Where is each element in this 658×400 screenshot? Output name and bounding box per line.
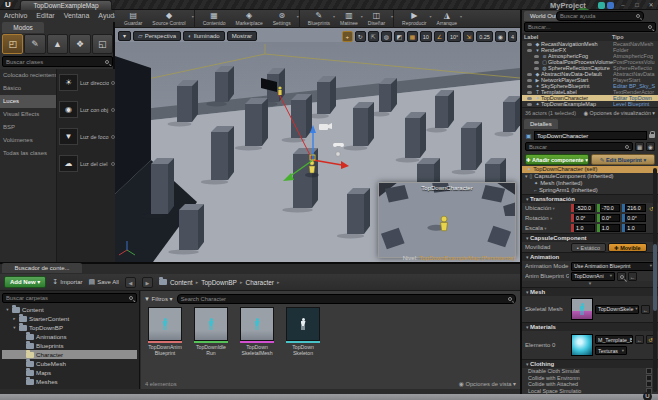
section-animation[interactable]: Animation: [522, 252, 658, 261]
browse-icon[interactable]: [617, 272, 626, 281]
anim-blueprint-select[interactable]: TopDownAni: [571, 272, 615, 281]
viewport-options-button[interactable]: ▾: [118, 31, 131, 41]
class-category[interactable]: Colocado recientemente: [0, 69, 56, 82]
placement-tool-icon[interactable]: ◱: [92, 34, 113, 54]
tab-modes[interactable]: Modos: [2, 22, 44, 33]
component-row[interactable]: ▾ ▯ CapsuleComponent (Inherited): [522, 173, 658, 180]
eye-icon[interactable]: [534, 55, 539, 58]
folder-row[interactable]: Character: [2, 350, 137, 359]
property-matrix-icon[interactable]: ▦: [635, 142, 644, 151]
menu-item[interactable]: Archivo: [4, 12, 27, 22]
filters-button[interactable]: ▼ Filtros ▾: [144, 295, 173, 302]
translate-tool-icon[interactable]: +: [342, 31, 353, 42]
eye-icon[interactable]: [527, 91, 532, 94]
show-flags-button[interactable]: Mostrar: [227, 31, 257, 41]
light-class-item[interactable]: ☁ Luz del ciel: [57, 150, 117, 177]
actor-name-field[interactable]: TopDownCharacter: [534, 131, 647, 140]
mobility-static-button[interactable]: ▪ Estático: [571, 243, 606, 252]
eye-icon[interactable]: [527, 85, 532, 88]
expander-icon[interactable]: ▾: [12, 325, 17, 330]
eye-icon[interactable]: [527, 103, 532, 106]
z-field[interactable]: 0.0°: [622, 214, 646, 222]
section-clothing[interactable]: Clothing: [522, 359, 658, 368]
scale-tool-icon[interactable]: ⇱: [368, 31, 379, 42]
outliner-row[interactable]: ✦ TopDownExampleMap Level Blueprint: [522, 101, 658, 107]
actor-type[interactable]: Level Blueprint: [613, 101, 657, 107]
checkbox[interactable]: [646, 368, 652, 374]
asset-search-input[interactable]: Search Character: [177, 294, 516, 304]
y-field[interactable]: 1.0: [597, 224, 621, 232]
edit-blueprint-button[interactable]: ✎ Edit Blueprint ▾: [591, 154, 655, 165]
breadcrumb-item[interactable]: TopDownBP: [201, 279, 237, 286]
light-class-item[interactable]: ◉ Luz con obj: [57, 96, 117, 123]
toolbar-button[interactable]: ◆ Source Control ▾: [147, 10, 194, 28]
use-selected-icon[interactable]: ←: [635, 335, 644, 344]
placement-tool-icon[interactable]: ◰: [2, 34, 23, 54]
scale-snap-icon[interactable]: ⇲: [463, 31, 474, 42]
folder-row[interactable]: CubeMesh: [2, 359, 137, 368]
eye-icon[interactable]: [527, 79, 532, 82]
details-search-input[interactable]: Buscar: [525, 142, 633, 151]
add-component-button[interactable]: ✚ Añadir componente ▾: [525, 154, 589, 165]
help-search-input[interactable]: Buscar ayuda: [556, 11, 644, 21]
toolbar-button[interactable]: ⊛ Settings ▾: [268, 10, 300, 28]
eye-icon[interactable]: [527, 43, 532, 46]
eye-icon[interactable]: [534, 61, 539, 64]
rotation-snap-icon[interactable]: ∠: [434, 31, 445, 42]
checkbox[interactable]: [646, 375, 652, 381]
rotate-tool-icon[interactable]: ↻: [355, 31, 366, 42]
camera-speed-icon[interactable]: ◉: [495, 31, 506, 42]
folder-row[interactable]: Maps: [2, 368, 137, 377]
level-viewport[interactable]: ▾ ▱Perspectiva ◐Iluminado Mostrar + ↻ ⇱ …: [115, 28, 520, 262]
material-select[interactable]: M_Template_Ba: [595, 335, 633, 344]
component-row[interactable]: ⌐ SpringArm1 (Inherited): [522, 187, 658, 194]
history-back-button[interactable]: ◀: [125, 277, 136, 288]
class-category[interactable]: Luces: [0, 95, 56, 108]
add-new-button[interactable]: Add New ▾: [4, 276, 46, 288]
component-row[interactable]: ✦ Mesh (Inherited): [522, 180, 658, 187]
toolbar-button[interactable]: ✎ Blueprints ▾: [303, 10, 335, 28]
light-class-item[interactable]: ☀ Luz direccio: [57, 69, 117, 96]
breadcrumb-item[interactable]: Content: [170, 279, 193, 286]
grid-snap-icon[interactable]: ▦: [407, 31, 418, 42]
asset-tile[interactable]: TopDown SkeletalMesh: [237, 307, 277, 356]
level-tab[interactable]: TopDownExampleMap: [20, 0, 112, 10]
maximize-button[interactable]: □: [632, 0, 642, 10]
asset-tile[interactable]: TopDownAnim Blueprint: [145, 307, 185, 356]
close-button[interactable]: ✕: [646, 0, 656, 10]
toolbar-button[interactable]: ▤ Guardar ▾: [119, 10, 147, 28]
section-capsule[interactable]: CapsuleComponent: [522, 233, 658, 242]
toolbar-button[interactable]: ◮ Arranque ▾: [432, 10, 463, 28]
expander-icon[interactable]: ▾: [525, 173, 528, 180]
folder-row[interactable]: ▾ TopDownBP: [2, 323, 137, 332]
eye-icon[interactable]: [534, 67, 539, 70]
folder-search-input[interactable]: Buscar carpetas: [2, 293, 137, 303]
asset-tile[interactable]: TopDownIdle Run: [191, 307, 231, 356]
placement-tool-icon[interactable]: ✎: [24, 34, 45, 54]
section-mesh[interactable]: Mesh: [522, 287, 658, 296]
breadcrumb-item[interactable]: Character: [245, 279, 274, 286]
class-search-input[interactable]: Buscar clases: [2, 56, 113, 67]
save-all-button[interactable]: ▤Save All: [89, 278, 119, 286]
z-field[interactable]: 216.0: [622, 204, 646, 212]
use-selected-icon[interactable]: ←: [628, 272, 637, 281]
outliner-column-type[interactable]: Tipo: [612, 33, 656, 41]
eye-icon[interactable]: [527, 73, 532, 76]
history-forward-button[interactable]: ▶: [142, 277, 153, 288]
class-category[interactable]: Visual Effects: [0, 108, 56, 121]
use-selected-icon[interactable]: ←: [641, 305, 650, 314]
folder-row[interactable]: ▸ StarterContent: [2, 314, 137, 323]
view-options-button[interactable]: ◉ Opciones de vista ▾: [459, 381, 516, 387]
folder-row[interactable]: ▾ Content: [2, 305, 137, 314]
class-category[interactable]: BSP: [0, 121, 56, 134]
details-scrollbar[interactable]: [653, 168, 657, 392]
import-button[interactable]: ↧Importar: [52, 278, 82, 286]
view-mode-perspective[interactable]: ▱Perspectiva: [133, 31, 181, 41]
class-category[interactable]: Volúmenes: [0, 134, 56, 147]
toolbar-button[interactable]: ◫ Diseñar ▾: [363, 10, 394, 28]
x-field[interactable]: -520.0: [571, 204, 595, 212]
tab-details[interactable]: Detalles: [524, 119, 558, 129]
animation-mode-select[interactable]: Use Animation Blueprint: [571, 262, 655, 271]
transform-label[interactable]: Escala: [525, 225, 569, 231]
outliner-view-options[interactable]: ◉ Opciones de visualización ▾: [584, 110, 655, 116]
